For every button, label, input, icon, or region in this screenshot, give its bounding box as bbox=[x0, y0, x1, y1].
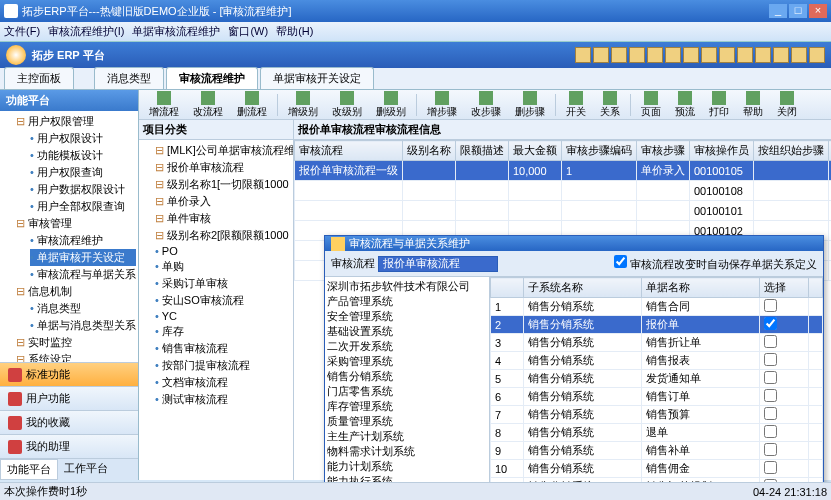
tree-leaf[interactable]: 用户权限查询 bbox=[30, 164, 136, 181]
tab-dashboard[interactable]: 主控面板 bbox=[4, 67, 74, 89]
function-tree[interactable]: 用户权限管理用户权限设计功能模板设计用户权限查询用户数据权限设计用户全部权限查询… bbox=[0, 111, 138, 362]
select-checkbox[interactable] bbox=[764, 425, 777, 438]
tbtn-增流程[interactable]: 增流程 bbox=[143, 90, 185, 120]
quick-icon[interactable] bbox=[593, 47, 609, 63]
bottom-tab-work[interactable]: 工作平台 bbox=[58, 459, 114, 480]
tree-leaf[interactable]: 消息类型 bbox=[30, 300, 136, 317]
select-checkbox[interactable] bbox=[764, 371, 777, 384]
dlg-tree-node[interactable]: 产品管理系统 bbox=[327, 294, 487, 309]
proj-node[interactable]: 测试审核流程 bbox=[155, 391, 291, 408]
quick-icon[interactable] bbox=[701, 47, 717, 63]
select-checkbox[interactable] bbox=[764, 407, 777, 420]
tbtn-帮助[interactable]: 帮助 bbox=[737, 90, 769, 120]
tbtn-增步骤[interactable]: 增步骤 bbox=[421, 90, 463, 120]
tree-leaf[interactable]: 用户全部权限查询 bbox=[30, 198, 136, 215]
col-header[interactable]: 按组织始步骤 bbox=[753, 141, 828, 161]
autosave-checkbox[interactable] bbox=[614, 255, 627, 268]
quick-icon[interactable] bbox=[791, 47, 807, 63]
dlg-col[interactable]: 选择 bbox=[760, 278, 809, 298]
proj-node[interactable]: 单件审核 bbox=[155, 210, 291, 227]
dlg-tree-node[interactable]: 主生产计划系统 bbox=[327, 429, 487, 444]
tab-audit-flow[interactable]: 审核流程维护 bbox=[166, 67, 258, 89]
dlg-tree-node[interactable]: 门店零售系统 bbox=[327, 384, 487, 399]
proj-node[interactable]: 按部门提审核流程 bbox=[155, 357, 291, 374]
col-header[interactable]: 最大金额 bbox=[508, 141, 561, 161]
proj-node[interactable]: [MLK]公司单据审核流程维护 bbox=[155, 142, 291, 159]
select-checkbox[interactable] bbox=[764, 335, 777, 348]
proj-node[interactable]: 单购 bbox=[155, 258, 291, 275]
tbtn-增级别[interactable]: 增级别 bbox=[282, 90, 324, 120]
col-header[interactable]: 审核流程 bbox=[294, 141, 402, 161]
dlg-tree-node[interactable]: 安全管理系统 bbox=[327, 309, 487, 324]
dlg-tree-node[interactable]: 二次开发系统 bbox=[327, 339, 487, 354]
select-checkbox[interactable] bbox=[764, 353, 777, 366]
nav-3[interactable]: 我的助理 bbox=[0, 434, 138, 458]
tree-leaf[interactable]: 审核流程与单据关系 bbox=[30, 266, 136, 283]
tree-leaf[interactable]: 审核流程维护 bbox=[30, 232, 136, 249]
proj-node[interactable]: 级别名称2[限额限额1000 bbox=[155, 227, 291, 244]
dlg-tree-node[interactable]: 物料需求计划系统 bbox=[327, 444, 487, 459]
dlg-row[interactable]: 2销售分销系统报价单 bbox=[491, 316, 823, 334]
autosave-label[interactable]: 审核流程改变时自动保存单据关系定义 bbox=[614, 255, 817, 272]
dialog-grid[interactable]: 子系统名称单据名称选择1销售分销系统销售合同2销售分销系统报价单3销售分销系统销… bbox=[490, 277, 823, 500]
dlg-tree-node[interactable]: 能力计划系统 bbox=[327, 459, 487, 474]
quick-icon[interactable] bbox=[629, 47, 645, 63]
dlg-col[interactable]: 子系统名称 bbox=[524, 278, 642, 298]
dlg-tree-node[interactable]: 基础设置系统 bbox=[327, 324, 487, 339]
tbtn-删流程[interactable]: 删流程 bbox=[231, 90, 273, 120]
tbtn-关系[interactable]: 关系 bbox=[594, 90, 626, 120]
proj-node[interactable]: PO bbox=[155, 244, 291, 258]
tbtn-改步骤[interactable]: 改步骤 bbox=[465, 90, 507, 120]
nav-0[interactable]: 标准功能 bbox=[0, 362, 138, 386]
nav-1[interactable]: 用户功能 bbox=[0, 386, 138, 410]
tree-node[interactable]: 信息机制 bbox=[16, 283, 136, 300]
dlg-tree-node[interactable]: 深圳市拓步软件技术有限公司 bbox=[327, 279, 487, 294]
tree-leaf[interactable]: 功能模板设计 bbox=[30, 147, 136, 164]
proj-node[interactable]: 级别名称1[一切限额1000 bbox=[155, 176, 291, 193]
quick-icon[interactable] bbox=[773, 47, 789, 63]
proj-node[interactable]: 单价录入 bbox=[155, 193, 291, 210]
col-header[interactable]: 审核步骤 bbox=[636, 141, 689, 161]
select-checkbox[interactable] bbox=[764, 461, 777, 474]
dlg-col[interactable]: 单据名称 bbox=[642, 278, 760, 298]
select-checkbox[interactable] bbox=[764, 299, 777, 312]
proj-node[interactable]: 销售审核流程 bbox=[155, 340, 291, 357]
dlg-row[interactable]: 1销售分销系统销售合同 bbox=[491, 298, 823, 316]
proj-node[interactable]: 安山SO审核流程 bbox=[155, 292, 291, 309]
tree-leaf[interactable]: 单据审核开关设定 bbox=[30, 249, 136, 266]
quick-icon[interactable] bbox=[719, 47, 735, 63]
dlg-tree-node[interactable]: 采购管理系统 bbox=[327, 354, 487, 369]
col-header[interactable]: 限额描述 bbox=[455, 141, 508, 161]
select-checkbox[interactable] bbox=[764, 317, 777, 330]
nav-2[interactable]: 我的收藏 bbox=[0, 410, 138, 434]
proj-node[interactable]: YC bbox=[155, 309, 291, 323]
dlg-row[interactable]: 8销售分销系统退单 bbox=[491, 424, 823, 442]
tree-node[interactable]: 实时监控 bbox=[16, 334, 136, 351]
dlg-tree-node[interactable]: 质量管理系统 bbox=[327, 414, 487, 429]
tbtn-页面[interactable]: 页面 bbox=[635, 90, 667, 120]
dlg-row[interactable]: 7销售分销系统销售预算 bbox=[491, 406, 823, 424]
tree-node[interactable]: 审核管理 bbox=[16, 215, 136, 232]
tbtn-改流程[interactable]: 改流程 bbox=[187, 90, 229, 120]
quick-icon[interactable] bbox=[755, 47, 771, 63]
tbtn-删级别[interactable]: 删级别 bbox=[370, 90, 412, 120]
proj-node[interactable]: 文档审核流程 bbox=[155, 374, 291, 391]
close-button[interactable]: × bbox=[809, 4, 827, 18]
tbtn-删步骤[interactable]: 删步骤 bbox=[509, 90, 551, 120]
menu-docaudit[interactable]: 单据审核流程维护 bbox=[132, 24, 220, 39]
dlg-row[interactable]: 4销售分销系统销售报表 bbox=[491, 352, 823, 370]
select-checkbox[interactable] bbox=[764, 443, 777, 456]
dialog-titlebar[interactable]: 审核流程与单据关系维护 bbox=[325, 236, 823, 251]
bottom-tab-fn[interactable]: 功能平台 bbox=[0, 459, 58, 480]
col-header[interactable]: 审核操作员 bbox=[689, 141, 753, 161]
quick-icon[interactable] bbox=[683, 47, 699, 63]
tab-audit-switch[interactable]: 单据审核开关设定 bbox=[260, 67, 374, 89]
proj-node[interactable]: 库存 bbox=[155, 323, 291, 340]
col-header[interactable]: 审核步骤编码 bbox=[561, 141, 636, 161]
quick-icon[interactable] bbox=[647, 47, 663, 63]
proj-node[interactable]: 采购订单审核 bbox=[155, 275, 291, 292]
tbtn-开关[interactable]: 开关 bbox=[560, 90, 592, 120]
quick-icon[interactable] bbox=[611, 47, 627, 63]
menu-audit[interactable]: 审核流程维护(I) bbox=[48, 24, 124, 39]
dlg-row[interactable]: 3销售分销系统销售折让单 bbox=[491, 334, 823, 352]
